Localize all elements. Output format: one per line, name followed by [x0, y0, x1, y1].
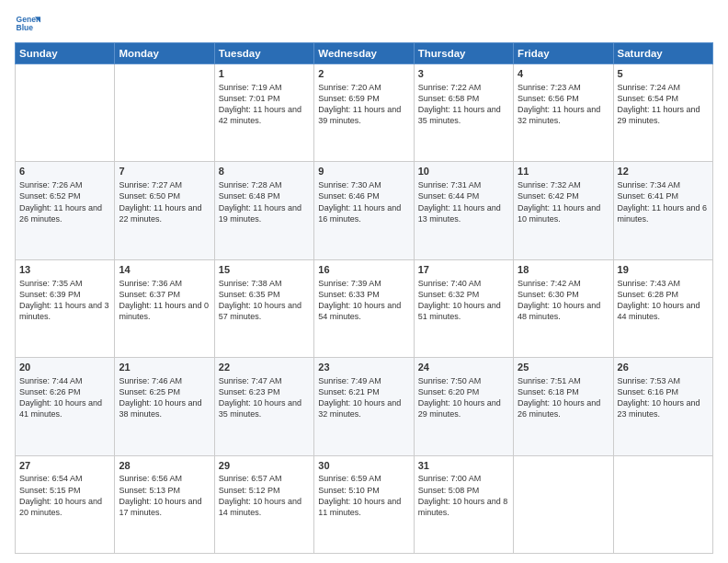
- week-row-5: 27Sunrise: 6:54 AM Sunset: 5:15 PM Dayli…: [16, 455, 713, 553]
- day-cell: 8Sunrise: 7:28 AM Sunset: 6:48 PM Daylig…: [214, 162, 313, 259]
- day-info: Sunrise: 7:30 AM Sunset: 6:46 PM Dayligh…: [318, 179, 409, 224]
- day-number: 3: [418, 67, 509, 81]
- day-number: 7: [119, 165, 210, 178]
- day-info: Sunrise: 7:19 AM Sunset: 7:01 PM Dayligh…: [219, 82, 310, 127]
- calendar-table: SundayMondayTuesdayWednesdayThursdayFrid…: [15, 42, 713, 554]
- day-cell: 5Sunrise: 7:24 AM Sunset: 6:54 PM Daylig…: [613, 64, 712, 162]
- day-info: Sunrise: 7:22 AM Sunset: 6:58 PM Dayligh…: [418, 82, 509, 127]
- day-cell: 9Sunrise: 7:30 AM Sunset: 6:46 PM Daylig…: [314, 162, 414, 259]
- logo-icon: General Blue: [15, 11, 40, 37]
- day-cell: 14Sunrise: 7:36 AM Sunset: 6:37 PM Dayli…: [115, 259, 214, 357]
- svg-text:General: General: [17, 15, 40, 24]
- day-info: Sunrise: 7:50 AM Sunset: 6:20 PM Dayligh…: [418, 375, 509, 420]
- day-number: 29: [219, 459, 310, 473]
- day-number: 9: [318, 165, 409, 178]
- day-number: 22: [219, 361, 310, 374]
- weekday-header-saturday: Saturday: [613, 43, 712, 64]
- logo: General Blue: [15, 11, 40, 37]
- day-number: 4: [518, 67, 609, 81]
- weekday-header-row: SundayMondayTuesdayWednesdayThursdayFrid…: [16, 43, 713, 64]
- day-cell: 4Sunrise: 7:23 AM Sunset: 6:56 PM Daylig…: [514, 64, 613, 162]
- day-info: Sunrise: 7:49 AM Sunset: 6:21 PM Dayligh…: [318, 375, 409, 420]
- day-number: 20: [19, 361, 110, 374]
- day-info: Sunrise: 7:53 AM Sunset: 6:16 PM Dayligh…: [618, 375, 709, 420]
- day-info: Sunrise: 6:59 AM Sunset: 5:10 PM Dayligh…: [318, 473, 409, 518]
- weekday-header-thursday: Thursday: [414, 43, 513, 64]
- day-cell: 13Sunrise: 7:35 AM Sunset: 6:39 PM Dayli…: [16, 259, 115, 357]
- day-info: Sunrise: 7:42 AM Sunset: 6:30 PM Dayligh…: [518, 278, 609, 323]
- day-cell: 23Sunrise: 7:49 AM Sunset: 6:21 PM Dayli…: [314, 358, 414, 455]
- day-number: 12: [618, 165, 709, 178]
- day-info: Sunrise: 7:38 AM Sunset: 6:35 PM Dayligh…: [219, 278, 310, 323]
- day-number: 13: [19, 263, 110, 277]
- weekday-header-friday: Friday: [514, 43, 613, 64]
- day-cell: 1Sunrise: 7:19 AM Sunset: 7:01 PM Daylig…: [214, 64, 313, 162]
- day-cell: 7Sunrise: 7:27 AM Sunset: 6:50 PM Daylig…: [115, 162, 214, 259]
- day-cell: 21Sunrise: 7:46 AM Sunset: 6:25 PM Dayli…: [115, 358, 214, 455]
- day-cell: 12Sunrise: 7:34 AM Sunset: 6:41 PM Dayli…: [613, 162, 712, 259]
- day-cell: 18Sunrise: 7:42 AM Sunset: 6:30 PM Dayli…: [514, 259, 613, 357]
- day-number: 25: [518, 361, 609, 374]
- week-row-1: 1Sunrise: 7:19 AM Sunset: 7:01 PM Daylig…: [16, 64, 713, 162]
- day-number: 10: [418, 165, 509, 178]
- day-cell: 17Sunrise: 7:40 AM Sunset: 6:32 PM Dayli…: [414, 259, 513, 357]
- day-cell: 16Sunrise: 7:39 AM Sunset: 6:33 PM Dayli…: [314, 259, 414, 357]
- day-info: Sunrise: 7:36 AM Sunset: 6:37 PM Dayligh…: [119, 278, 210, 323]
- day-number: 1: [219, 67, 310, 81]
- day-info: Sunrise: 7:51 AM Sunset: 6:18 PM Dayligh…: [518, 375, 609, 420]
- day-cell: 6Sunrise: 7:26 AM Sunset: 6:52 PM Daylig…: [16, 162, 115, 259]
- day-info: Sunrise: 7:43 AM Sunset: 6:28 PM Dayligh…: [618, 278, 709, 323]
- svg-text:Blue: Blue: [17, 23, 34, 32]
- day-info: Sunrise: 7:00 AM Sunset: 5:08 PM Dayligh…: [418, 473, 509, 518]
- week-row-4: 20Sunrise: 7:44 AM Sunset: 6:26 PM Dayli…: [16, 358, 713, 455]
- day-number: 18: [518, 263, 609, 277]
- day-cell: 22Sunrise: 7:47 AM Sunset: 6:23 PM Dayli…: [214, 358, 313, 455]
- day-number: 24: [418, 361, 509, 374]
- day-cell: 2Sunrise: 7:20 AM Sunset: 6:59 PM Daylig…: [314, 64, 414, 162]
- day-cell: 11Sunrise: 7:32 AM Sunset: 6:42 PM Dayli…: [514, 162, 613, 259]
- day-info: Sunrise: 7:44 AM Sunset: 6:26 PM Dayligh…: [19, 375, 110, 420]
- day-cell: 24Sunrise: 7:50 AM Sunset: 6:20 PM Dayli…: [414, 358, 513, 455]
- weekday-header-wednesday: Wednesday: [314, 43, 414, 64]
- day-number: 27: [19, 459, 110, 473]
- day-cell: [115, 64, 214, 162]
- day-info: Sunrise: 7:39 AM Sunset: 6:33 PM Dayligh…: [318, 278, 409, 323]
- day-info: Sunrise: 7:20 AM Sunset: 6:59 PM Dayligh…: [318, 82, 409, 127]
- day-number: 17: [418, 263, 509, 277]
- day-cell: 25Sunrise: 7:51 AM Sunset: 6:18 PM Dayli…: [514, 358, 613, 455]
- day-number: 21: [119, 361, 210, 374]
- day-cell: [613, 455, 712, 553]
- day-number: 16: [318, 263, 409, 277]
- day-info: Sunrise: 7:28 AM Sunset: 6:48 PM Dayligh…: [219, 179, 310, 224]
- week-row-2: 6Sunrise: 7:26 AM Sunset: 6:52 PM Daylig…: [16, 162, 713, 259]
- weekday-header-tuesday: Tuesday: [214, 43, 313, 64]
- day-number: 14: [119, 263, 210, 277]
- day-cell: [514, 455, 613, 553]
- day-number: 6: [19, 165, 110, 178]
- day-cell: 30Sunrise: 6:59 AM Sunset: 5:10 PM Dayli…: [314, 455, 414, 553]
- day-info: Sunrise: 7:40 AM Sunset: 6:32 PM Dayligh…: [418, 278, 509, 323]
- week-row-3: 13Sunrise: 7:35 AM Sunset: 6:39 PM Dayli…: [16, 259, 713, 357]
- day-info: Sunrise: 7:35 AM Sunset: 6:39 PM Dayligh…: [19, 278, 110, 323]
- day-number: 5: [618, 67, 709, 81]
- day-number: 8: [219, 165, 310, 178]
- day-info: Sunrise: 7:34 AM Sunset: 6:41 PM Dayligh…: [618, 179, 709, 224]
- day-number: 26: [618, 361, 709, 374]
- day-number: 31: [418, 459, 509, 473]
- day-info: Sunrise: 7:31 AM Sunset: 6:44 PM Dayligh…: [418, 179, 509, 224]
- day-info: Sunrise: 6:57 AM Sunset: 5:12 PM Dayligh…: [219, 473, 310, 518]
- day-info: Sunrise: 7:23 AM Sunset: 6:56 PM Dayligh…: [518, 82, 609, 127]
- day-cell: 10Sunrise: 7:31 AM Sunset: 6:44 PM Dayli…: [414, 162, 513, 259]
- day-cell: 15Sunrise: 7:38 AM Sunset: 6:35 PM Dayli…: [214, 259, 313, 357]
- day-cell: 20Sunrise: 7:44 AM Sunset: 6:26 PM Dayli…: [16, 358, 115, 455]
- day-cell: [16, 64, 115, 162]
- day-info: Sunrise: 6:56 AM Sunset: 5:13 PM Dayligh…: [119, 473, 210, 518]
- day-cell: 27Sunrise: 6:54 AM Sunset: 5:15 PM Dayli…: [16, 455, 115, 553]
- day-info: Sunrise: 7:46 AM Sunset: 6:25 PM Dayligh…: [119, 375, 210, 420]
- day-info: Sunrise: 7:32 AM Sunset: 6:42 PM Dayligh…: [518, 179, 609, 224]
- day-number: 11: [518, 165, 609, 178]
- day-number: 23: [318, 361, 409, 374]
- day-number: 2: [318, 67, 409, 81]
- day-cell: 26Sunrise: 7:53 AM Sunset: 6:16 PM Dayli…: [613, 358, 712, 455]
- day-cell: 19Sunrise: 7:43 AM Sunset: 6:28 PM Dayli…: [613, 259, 712, 357]
